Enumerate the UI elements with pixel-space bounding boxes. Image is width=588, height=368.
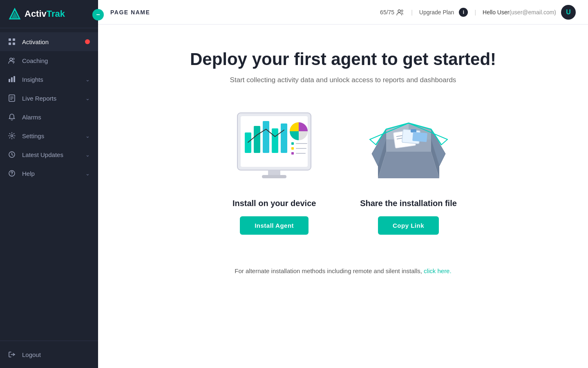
install-card-title: Install on your device [233,199,316,208]
svg-rect-2 [9,38,11,41]
sidebar-item-insights[interactable]: Insights ⌄ [0,70,98,89]
sidebar-item-logout[interactable]: Logout [0,345,98,364]
install-card: Install on your device Install Agent [229,109,319,235]
copy-link-button[interactable]: Copy Link [378,216,439,235]
users-count: 65/75 [380,9,394,16]
activation-badge [85,39,90,44]
sidebar-item-coaching[interactable]: Coaching [0,51,98,70]
sidebar-item-label: Insights [22,76,43,83]
sidebar-item-latest-updates[interactable]: Latest Updates ⌄ [0,145,98,164]
cards-row: Install on your device Install Agent [229,109,457,235]
sidebar-item-label: Latest Updates [22,151,63,158]
svg-rect-10 [13,76,15,82]
logout-icon [8,351,16,358]
share-card-title: Share the installation file [360,199,457,208]
footer-link[interactable]: click here. [424,267,452,274]
info-icon[interactable]: i [459,8,468,17]
svg-marker-38 [378,152,439,178]
svg-rect-5 [13,43,15,45]
svg-rect-34 [291,152,294,155]
svg-rect-25 [254,126,260,153]
sidebar-item-activation[interactable]: Activation [0,32,98,51]
page-body: Deploy your first agent to get started! … [98,25,588,368]
svg-rect-36 [268,170,280,176]
sidebar-nav: Activation Coaching Insights ⌄ [0,28,98,341]
sidebar-item-label: Help [22,170,35,177]
chevron-down-icon: ⌄ [85,95,90,101]
upgrade-plan-link[interactable]: Upgrade Plan [419,9,454,16]
logo-icon [8,7,21,20]
logo-area: ActivTrak [0,0,98,28]
hero-subtitle: Start collecting activity data and unloc… [230,76,456,84]
svg-point-7 [13,58,14,60]
sidebar-item-label: Activation [22,38,49,45]
svg-rect-55 [412,132,427,142]
user-avatar[interactable]: U [561,5,576,20]
users-count-area: 65/75 [380,9,405,16]
svg-rect-4 [9,43,11,45]
chevron-down-icon: ⌄ [85,152,90,158]
footer-text: For alternate installation methods inclu… [235,267,451,274]
header-greeting: Hello User(user@email.com) [483,9,556,16]
svg-point-21 [401,10,403,11]
box-illustration [364,109,454,191]
svg-point-15 [11,135,13,137]
share-card: Share the installation file Copy Link [360,109,457,235]
sidebar-bottom: Logout [0,341,98,368]
users-icon [396,9,405,16]
header: PAGE NAME 65/75 | Upgrade Plan i | Hello… [98,0,588,25]
svg-rect-30 [291,142,294,145]
sidebar: ActivTrak − Activation Coaching [0,0,98,368]
header-right: 65/75 | Upgrade Plan i | Hello User(user… [380,5,576,20]
svg-rect-24 [245,132,251,153]
gear-icon [8,132,16,139]
sidebar-item-label: Live Reports [22,95,56,102]
sidebar-item-label: Coaching [22,57,48,64]
question-icon [8,170,16,177]
svg-rect-27 [272,128,278,153]
svg-point-20 [398,10,400,12]
svg-rect-54 [411,129,416,132]
svg-rect-9 [11,77,13,82]
sidebar-item-label: Settings [22,132,44,139]
grid-icon [8,38,16,45]
page-title: PAGE NAME [110,9,150,16]
logo-text: ActivTrak [25,9,65,19]
sidebar-item-alarms[interactable]: Alarms [0,108,98,126]
sidebar-item-help[interactable]: Help ⌄ [0,164,98,183]
hero-title: Deploy your first agent to get started! [190,49,496,70]
sidebar-item-settings[interactable]: Settings ⌄ [0,126,98,145]
install-agent-button[interactable]: Install Agent [240,216,309,235]
svg-rect-8 [9,79,10,82]
main-area: PAGE NAME 65/75 | Upgrade Plan i | Hello… [98,0,588,368]
svg-rect-3 [13,38,15,41]
sidebar-item-live-reports[interactable]: Live Reports ⌄ [0,89,98,108]
divider2: | [474,9,476,16]
svg-rect-26 [263,121,269,153]
people-icon [8,57,16,64]
svg-rect-32 [291,147,294,150]
report-icon [8,94,16,102]
chevron-down-icon: ⌄ [85,133,90,139]
sidebar-collapse-button[interactable]: − [92,9,104,20]
svg-point-6 [10,58,12,61]
clock-icon [8,151,16,158]
svg-rect-28 [281,123,287,153]
svg-point-18 [11,175,12,175]
monitor-illustration [229,109,319,191]
sidebar-item-label: Logout [22,351,41,358]
svg-line-48 [441,139,447,145]
bell-icon [8,113,16,121]
chevron-down-icon: ⌄ [85,171,90,177]
bar-chart-icon [8,76,16,83]
svg-rect-37 [262,175,286,178]
sidebar-item-label: Alarms [22,114,41,121]
chevron-down-icon: ⌄ [85,76,90,83]
svg-line-46 [370,139,376,145]
divider: | [411,9,413,16]
